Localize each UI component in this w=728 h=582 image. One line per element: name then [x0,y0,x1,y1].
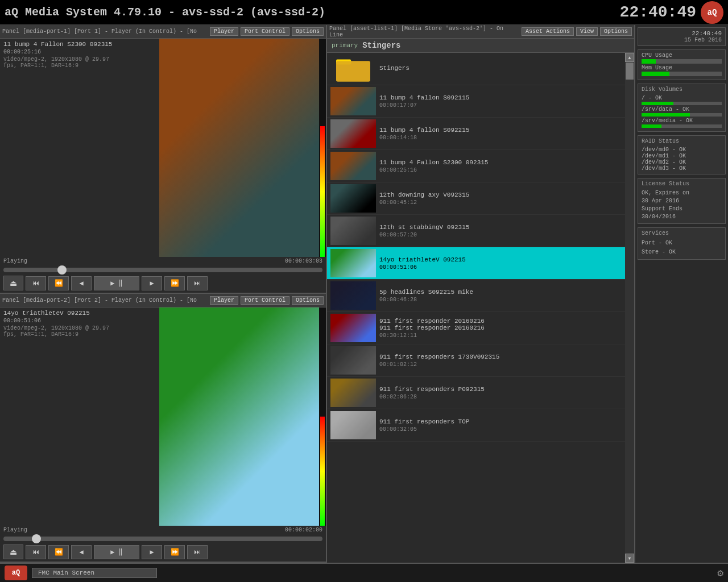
disk-srvdata-bar-fill [642,113,690,117]
player2-portcontrol-btn[interactable]: Port Control [241,296,289,305]
disk-volumes-label: Disk Volumes [642,86,722,93]
asset-list-item-9[interactable]: 911 first responders 1730V092315 00:01:0… [327,344,625,377]
asset-list-item-6[interactable]: 14yo triathleteV 092215 00:00:51:06 [327,247,625,280]
asset-thumb-image [330,184,376,213]
player1-frameback-btn[interactable]: ◀ [71,276,92,290]
left-panels: Panel [media-port-1] [Port 1] - Player (… [0,25,327,563]
player2-end-btn[interactable]: ⏭ [187,545,208,559]
asset-duration: 00:00:14:18 [379,135,622,141]
asset-name: 911 first responder 20160216911 first re… [379,318,622,331]
asset-list-item-10[interactable]: 911 first responders P092315 00:02:06:28 [327,377,625,409]
asset-name: 911 first responders TOP [379,418,622,425]
scroll-up-btn[interactable]: ▲ [625,53,634,62]
player1-vu-meter [319,39,326,257]
asset-list-item-7[interactable]: 5p headlines S092215 mike 00:00:46:28 [327,280,625,312]
player2-options-btn[interactable]: Options [292,296,324,305]
asset-list-item-5[interactable]: 12th st stabbingV 092315 00:00:57:20 [327,215,625,247]
player2-scrubber-track[interactable] [3,537,322,541]
player1-scrubber-track[interactable] [3,268,322,272]
disk-volumes-section: Disk Volumes / - OK /srv/data - OK /srv/… [638,84,726,132]
asset-thumb-image [330,314,376,342]
asset-thumb-image [330,119,376,148]
asset-thumb [330,152,376,180]
asset-folder-header: primary Stingers [327,39,634,53]
player2-eject-btn[interactable]: ⏏ [3,544,23,559]
asset-thumb-image [330,379,376,407]
asset-duration: 00:00:46:28 [379,297,622,303]
asset-name: 11 bump 4 Fallon S2300 092315 [379,159,622,166]
scroll-track[interactable] [625,62,634,554]
raid-md1: /dev/md1 - OK [642,153,722,159]
mem-usage-container: Mem Usage [642,65,722,76]
asset-thumb-image [330,152,376,180]
asset-duration: 00:02:06:28 [379,394,622,400]
asset-options-btn[interactable]: Options [600,27,632,36]
settings-icon[interactable]: ⚙ [717,567,723,579]
player1-player-btn[interactable]: Player [210,27,238,36]
player1-end-btn[interactable]: ⏭ [187,276,208,290]
asset-duration: 00:30:12:11 [379,332,622,339]
cpu-usage-section: CPU Usage Mem Usage [638,49,726,80]
cpu-usage-label: CPU Usage [642,52,722,59]
cpu-usage-bar-bg [642,59,722,64]
player1-fwd-btn[interactable]: ⏩ [164,276,185,290]
player2-status-row: Playing 00:00:02:00 [0,526,326,534]
raid-md0: /dev/md0 - OK [642,147,722,153]
right-sidebar: 22:40:49 15 Feb 2016 CPU Usage Mem Usage… [634,25,728,563]
header-right: 22:40:49 aQ [620,1,723,24]
player1-back-btn[interactable]: ⏪ [48,276,69,290]
player2-thumb-image [159,307,319,526]
player2-player-btn[interactable]: Player [210,296,238,305]
asset-thumb-image [330,281,376,310]
asset-list-item-2[interactable]: 11 bump 4 fallon S092215 00:00:14:18 [327,118,625,150]
asset-panel-header: Panel [asset-list-1] [Media Store 'avs-s… [327,25,634,39]
asset-list-item-4[interactable]: 12th downing axy V092315 00:00:45:12 [327,182,625,215]
player1-vu-bar [320,126,325,257]
asset-list-item-1[interactable]: 11 bump 4 fallon S092115 00:00:17:07 [327,85,625,118]
asset-thumb [330,379,376,407]
player2-fwd-btn[interactable]: ⏩ [164,545,185,559]
asset-list-item-11[interactable]: 911 first responders TOP 00:00:32:05 [327,409,625,442]
asset-actions-btn[interactable]: Asset Actions [522,27,574,36]
sidebar-clock-date: 15 Feb 2016 [642,37,722,43]
player1-rw-btn[interactable]: ⏮ [26,276,46,290]
player2-playpause-btn[interactable]: ▶ ‖ [94,545,139,559]
player1-eject-btn[interactable]: ⏏ [3,276,23,290]
player1-playpause-btn[interactable]: ▶ ‖ [94,276,139,290]
player2-frameback-btn[interactable]: ◀ [71,545,92,559]
player2-rw-btn[interactable]: ⏮ [26,545,46,559]
asset-list-item-0[interactable]: Stingers [327,53,625,85]
player2-content: 14yo triathleteV 092215 00:00:51:06 vide… [0,307,326,526]
asset-name: 12th downing axy V092315 [379,192,622,198]
player2-back-btn[interactable]: ⏪ [48,545,69,559]
asset-text: 5p headlines S092215 mike 00:00:46:28 [379,289,622,303]
asset-list-item-3[interactable]: 11 bump 4 Fallon S2300 092315 00:00:25:1… [327,150,625,182]
scroll-thumb[interactable] [626,63,634,80]
asset-thumb [330,249,376,277]
player1-thumb-image [159,39,319,257]
asset-thumb [330,411,376,439]
player2-header: Panel [media-port-2] [Port 2] - Player (… [0,294,326,307]
asset-list-item-8[interactable]: 911 first responder 20160216911 first re… [327,312,625,344]
player1-info: 11 bump 4 Fallon S2300 092315 00:00:25:1… [0,39,159,257]
asset-thumb [330,346,376,375]
scroll-down-btn[interactable]: ▼ [625,554,634,563]
player1-portcontrol-btn[interactable]: Port Control [241,27,289,36]
player2-vu-bar [320,417,325,526]
asset-duration: 00:00:25:16 [379,167,622,173]
asset-view-btn[interactable]: View [576,27,598,36]
player1-framefwd-btn[interactable]: ▶ [142,276,162,290]
player1-scrubber-row[interactable] [0,265,326,273]
player2-timecode: 00:00:51:06 [3,318,156,324]
player2-framefwd-btn[interactable]: ▶ [142,545,162,559]
player2-thumbnail [159,307,319,526]
player2-tech1: video/mpeg-2, 1920x1080 @ 29.97 [3,325,156,331]
player1-transport: ⏏ ⏮ ⏪ ◀ ▶ ‖ ▶ ⏩ ⏭ [0,273,326,293]
player2-duration: 00:00:02:00 [285,527,322,533]
player1-options-btn[interactable]: Options [292,27,324,36]
asset-list-scrollbar[interactable]: ▲ ▼ [625,53,634,563]
footer-screen-label: FMC Main Screen [32,568,157,578]
player2-scrubber-row[interactable] [0,534,326,542]
player1-status: Playing [3,258,27,264]
player1-header: Panel [media-port-1] [Port 1] - Player (… [0,25,326,39]
